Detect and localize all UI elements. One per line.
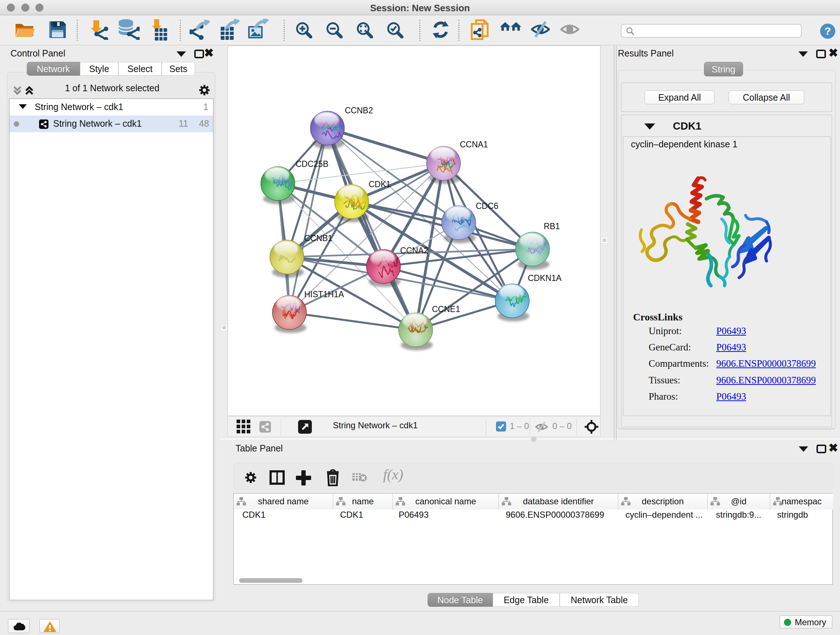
svg-text:CDC25B: CDC25B [295, 159, 328, 169]
svg-text:CCNE1: CCNE1 [432, 304, 460, 314]
svg-text:CDC6: CDC6 [476, 201, 499, 211]
svg-text:CCNB1: CCNB1 [304, 233, 332, 243]
svg-text:?: ? [824, 25, 831, 37]
svg-text:RB1: RB1 [544, 222, 560, 231]
svg-text:CCNA2: CCNA2 [400, 246, 428, 255]
svg-text:CCNA1: CCNA1 [460, 140, 488, 149]
svg-text:HIST1H1A: HIST1H1A [304, 290, 344, 299]
svg-text:CDK1: CDK1 [369, 180, 391, 189]
svg-text:CDKN1A: CDKN1A [528, 273, 562, 283]
svg-text:CCNB2: CCNB2 [345, 106, 373, 115]
